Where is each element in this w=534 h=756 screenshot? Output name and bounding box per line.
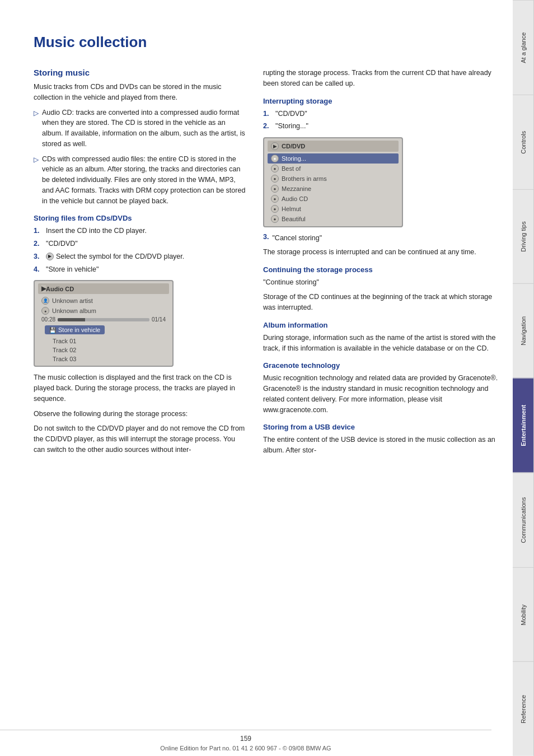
continue-storing-label: "Continue storing"	[263, 277, 502, 288]
artist-icon: 👤	[41, 297, 49, 305]
bullet-arrow: ▷	[34, 155, 39, 165]
tab-navigation[interactable]: Navigation	[513, 283, 534, 378]
bullet-text: CDs with compressed audio files: the ent…	[42, 154, 246, 207]
interrupt-result: The storage process is interrupted and c…	[263, 247, 502, 258]
menu-brothers: ● Brothers in arms	[268, 174, 399, 184]
artist-row: 👤 Unknown artist	[38, 296, 169, 306]
dvd-screen: ▶ CD/DVD ● Storing... ● Best of ● Brothe…	[263, 137, 403, 227]
track01-row: Track 01	[38, 337, 169, 346]
tab-communications[interactable]: Communications	[513, 473, 534, 567]
menu-helmut: ● Helmut	[268, 204, 399, 214]
do-not-text: Do not switch to the CD/DVD player and d…	[34, 423, 246, 455]
menu-best-of: ● Best of	[268, 164, 399, 174]
page-title: Music collection	[34, 34, 502, 51]
left-column: Storing music Music tracks from CDs and …	[34, 68, 246, 460]
cd-title-bar: ▶ Audio CD	[38, 283, 169, 294]
mezzanine-icon: ●	[271, 185, 279, 193]
helmut-icon: ●	[271, 205, 279, 213]
gracenote-heading: Gracenote technology	[263, 361, 502, 370]
track01-text: Track 01	[53, 338, 76, 344]
step3-num: 3.	[263, 233, 269, 241]
step-text: "CD/DVD"	[46, 239, 78, 249]
album-text: Unknown album	[52, 307, 96, 314]
interrupting-heading: Interrupting storage	[263, 97, 502, 105]
album-icon: ●	[41, 307, 49, 315]
store-icon: 💾	[49, 327, 56, 333]
tab-mobility[interactable]: Mobility	[513, 567, 534, 662]
progress-bar	[58, 318, 149, 321]
tab-reference[interactable]: Reference	[513, 661, 534, 756]
album-info-text: During storage, information such as the …	[263, 333, 502, 354]
list-item: 2."Storing..."	[263, 121, 502, 132]
list-item: ▷ CDs with compressed audio files: the e…	[34, 154, 246, 207]
step3-row: 3. "Cancel storing"	[263, 233, 502, 244]
storing-steps-list: 1.Insert the CD into the CD player. 2."C…	[34, 226, 246, 274]
cd-title-icon: ▶	[41, 285, 46, 292]
artist-text: Unknown artist	[52, 297, 93, 304]
bullet-text: Audio CD: tracks are converted into a co…	[42, 108, 246, 150]
list-item: 3. ▶ Select the symbol for the CD/DVD pl…	[34, 251, 246, 262]
usb-heading: Storing from a USB device	[263, 423, 502, 431]
progress-fill	[58, 318, 85, 321]
album-info-heading: Album information	[263, 321, 502, 329]
interrupting-intro: rupting the storage process. Tracks from…	[263, 68, 502, 89]
list-item: ▷ Audio CD: tracks are converted into a …	[34, 108, 246, 150]
menu-audio-cd: ● Audio CD	[268, 194, 399, 204]
brothers-icon: ●	[271, 175, 279, 183]
audio-cd-icon: ●	[271, 195, 279, 203]
step-text: Insert the CD into the CD player.	[46, 226, 147, 236]
dvd-title-text: CD/DVD	[282, 143, 305, 150]
gracenote-text: Music recognition technology and related…	[263, 373, 502, 415]
bullet-list: ▷ Audio CD: tracks are converted into a …	[34, 108, 246, 207]
tab-driving-tips[interactable]: Driving tips	[513, 189, 534, 284]
store-btn[interactable]: 💾 Store in vehicle	[45, 325, 105, 334]
step-text: "CD/DVD"	[275, 109, 307, 119]
track-total: 01/14	[152, 316, 166, 323]
list-item: 1.Insert the CD into the CD player.	[34, 226, 246, 236]
footer: 159 Online Edition for Part no. 01 41 2 …	[0, 730, 491, 756]
track03-row: Track 03	[38, 354, 169, 363]
after-cd-text2: Observe the following during the storage…	[34, 409, 246, 419]
usb-text: The entire content of the USB device is …	[263, 435, 502, 456]
after-cd-text1: The music collection is displayed and th…	[34, 372, 246, 404]
storing-files-heading: Storing files from CDs/DVDs	[34, 214, 246, 222]
step3-text: "Cancel storing"	[272, 233, 322, 244]
dvd-title-bar: ▶ CD/DVD	[268, 141, 399, 152]
list-item: 2."CD/DVD"	[34, 239, 246, 249]
continuing-heading: Continuing the storage process	[263, 265, 502, 274]
audio-cd-screen: ▶ Audio CD 👤 Unknown artist ● Unknown al…	[34, 280, 174, 367]
list-item: 1."CD/DVD"	[263, 109, 502, 119]
menu-beautiful: ● Beautiful	[268, 214, 399, 224]
beautiful-icon: ●	[271, 215, 279, 223]
album-row: ● Unknown album	[38, 306, 169, 316]
bullet-arrow: ▷	[34, 108, 39, 118]
dvd-title-icon: ▶	[271, 142, 279, 150]
cd-title-text: Audio CD	[46, 286, 74, 292]
cd-dvd-icon: ▶	[46, 253, 54, 260]
tab-controls[interactable]: Controls	[513, 95, 534, 189]
menu-storing: ● Storing...	[268, 153, 399, 164]
list-item: 4."Store in vehicle"	[34, 264, 246, 275]
track02-text: Track 02	[53, 347, 76, 353]
storing-music-heading: Storing music	[34, 68, 246, 77]
tab-entertainment[interactable]: Entertainment	[513, 378, 534, 473]
tab-at-a-glance[interactable]: At a glance	[513, 0, 534, 95]
intro-text: Music tracks from CDs and DVDs can be st…	[34, 82, 246, 103]
store-button-row: 💾 Store in vehicle	[38, 323, 169, 337]
right-column: rupting the storage process. Tracks from…	[263, 68, 502, 460]
step-text: Select the symbol for the CD/DVD player.	[56, 251, 184, 262]
storing-icon: ●	[271, 155, 279, 162]
track03-text: Track 03	[53, 356, 76, 362]
footer-text: Online Edition for Part no. 01 41 2 600 …	[11, 745, 480, 752]
page-number: 159	[11, 735, 480, 743]
progress-bar-row: 00:28 01/14	[38, 316, 169, 323]
best-of-icon: ●	[271, 165, 279, 172]
step-text: "Storing..."	[275, 121, 308, 132]
menu-mezzanine: ● Mezzanine	[268, 184, 399, 194]
time-current: 00:28	[41, 316, 55, 323]
interrupting-steps-list: 1."CD/DVD" 2."Storing..."	[263, 109, 502, 132]
track02-row: Track 02	[38, 346, 169, 354]
continuing-text2: Storage of the CD continues at the begin…	[263, 292, 502, 313]
step-text: "Store in vehicle"	[46, 264, 99, 275]
sidebar-tabs: At a glance Controls Driving tips Naviga…	[513, 0, 534, 756]
